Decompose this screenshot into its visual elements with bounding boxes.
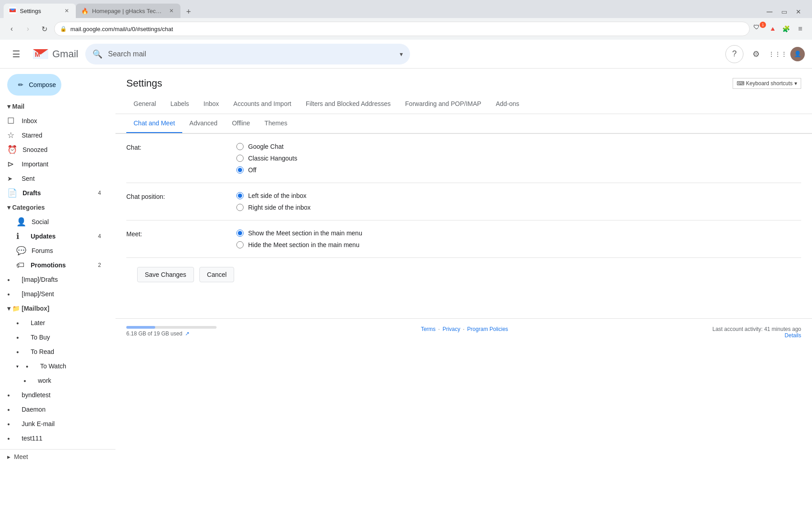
- browser-menu-icon[interactable]: ≡: [794, 23, 807, 35]
- sidebar-item-drafts[interactable]: 📄 Drafts 4: [0, 186, 108, 200]
- browser-tab-ghacks[interactable]: 🔥 Homepage | gHacks Technology News ✕: [76, 4, 180, 18]
- meet-option-show[interactable]: Show the Meet section in the main menu: [236, 229, 362, 237]
- sidebar-item-to-read[interactable]: ● To Read: [0, 344, 108, 359]
- hamburger-menu[interactable]: ☰: [7, 45, 25, 63]
- chat-radio-classic-hangouts[interactable]: [236, 155, 244, 162]
- program-policies-link[interactable]: Program Policies: [467, 326, 508, 332]
- search-dropdown-icon[interactable]: ▾: [400, 50, 403, 58]
- compose-button[interactable]: ✏ Compose: [7, 74, 61, 96]
- meet-option-hide[interactable]: Hide the Meet section in the main menu: [236, 241, 362, 248]
- sidebar-item-forums[interactable]: 💬 Forums: [0, 243, 108, 258]
- save-changes-button[interactable]: Save Changes: [137, 267, 194, 282]
- later-icon: ●: [16, 321, 25, 326]
- chat-position-title: Chat position:: [126, 192, 226, 211]
- chat-radio-google-chat[interactable]: [236, 143, 244, 150]
- forums-label: Forums: [32, 247, 101, 254]
- important-icon: ⊳: [7, 159, 16, 169]
- tab-addons[interactable]: Add-ons: [489, 95, 526, 114]
- search-bar[interactable]: 🔍 Search mail ▾: [85, 44, 410, 64]
- mail-section-toggle[interactable]: ▾ Mail: [0, 99, 115, 114]
- settings-button[interactable]: ⚙: [747, 45, 765, 63]
- sidebar-item-junk-email[interactable]: ● Junk E-mail: [0, 417, 108, 431]
- window-close[interactable]: ✕: [792, 5, 805, 18]
- sidebar-item-snoozed[interactable]: ⏰ Snoozed: [0, 142, 108, 157]
- tab-title-ghacks: Homepage | gHacks Technology News: [92, 8, 164, 14]
- window-minimize[interactable]: ─: [763, 5, 776, 18]
- tab-close-ghacks[interactable]: ✕: [168, 7, 175, 14]
- sidebar-item-to-buy[interactable]: ● To Buy: [0, 330, 108, 344]
- chat-option-classic-hangouts[interactable]: Classic Hangouts: [236, 155, 297, 162]
- tab-inbox[interactable]: Inbox: [196, 95, 226, 114]
- user-avatar[interactable]: 👤: [790, 47, 805, 61]
- keyboard-label: Keyboard shortcuts: [746, 80, 793, 87]
- tab-labels[interactable]: Labels: [163, 95, 196, 114]
- browser-tab-active[interactable]: Settings ✕: [4, 4, 76, 18]
- window-maximize[interactable]: ▭: [778, 5, 790, 18]
- chat-radio-off[interactable]: [236, 166, 244, 174]
- categories-collapse-icon: ▾: [7, 204, 10, 211]
- new-tab-button[interactable]: +: [182, 5, 195, 18]
- storage-link-icon[interactable]: ↗: [185, 330, 189, 337]
- tab-themes[interactable]: Themes: [257, 114, 295, 133]
- sidebar-item-daemon[interactable]: ● Daemon: [0, 402, 108, 417]
- sidebar-item-imap-sent[interactable]: ● [Imap]/Sent: [0, 287, 108, 301]
- chat-position-section: Chat position: Left side of the inbox Ri…: [126, 183, 801, 220]
- terms-link[interactable]: Terms: [421, 326, 436, 332]
- tab-advanced[interactable]: Advanced: [182, 114, 225, 133]
- sidebar-item-later[interactable]: ● Later: [0, 316, 108, 330]
- chat-position-radio-left[interactable]: [236, 192, 244, 199]
- tab-chat[interactable]: Chat and Meet: [126, 114, 182, 133]
- updates-count: 4: [98, 233, 101, 239]
- tab-accounts[interactable]: Accounts and Import: [226, 95, 298, 114]
- help-button[interactable]: ?: [725, 45, 743, 63]
- forward-button[interactable]: ›: [22, 23, 34, 35]
- brave-rewards-icon[interactable]: 🔺: [767, 23, 778, 34]
- settings-footer: 6.18 GB of 19 GB used ↗ Terms · Privacy …: [115, 318, 812, 346]
- categories-toggle[interactable]: ▾ Categories: [0, 200, 115, 215]
- apps-button[interactable]: ⋮⋮⋮: [769, 45, 787, 63]
- mailbox-toggle[interactable]: ▾ 📁 [Mailbox]: [0, 301, 115, 316]
- tab-close-gmail[interactable]: ✕: [63, 7, 70, 14]
- brave-badge: 1: [760, 22, 766, 28]
- test111-label: test111: [22, 435, 101, 442]
- sidebar-meet-toggle[interactable]: ▸ Meet: [0, 449, 115, 464]
- brave-shield-icon[interactable]: 🛡 1: [753, 23, 764, 34]
- drafts-icon: 📄: [7, 188, 17, 198]
- sidebar-item-inbox[interactable]: ☐ Inbox: [0, 114, 108, 128]
- meet-label-show: Show the Meet section in the main menu: [248, 229, 362, 237]
- sidebar-item-starred[interactable]: ☆ Starred: [0, 128, 108, 142]
- sidebar-item-sent[interactable]: ➤ Sent: [0, 171, 108, 186]
- meet-radio-show[interactable]: [236, 229, 244, 237]
- search-placeholder: Search mail: [108, 50, 394, 58]
- chat-position-left[interactable]: Left side of the inbox: [236, 192, 311, 199]
- sidebar-item-imap-drafts[interactable]: ● [Imap]/Drafts: [0, 272, 108, 287]
- sidebar-item-to-watch[interactable]: ▾ ● To Watch: [0, 359, 108, 373]
- sidebar-item-social[interactable]: 👤 Social: [0, 215, 108, 229]
- gmail-logo[interactable]: M Gmail: [32, 46, 78, 62]
- mailbox-collapse-icon: ▾: [7, 305, 10, 312]
- tab-general[interactable]: General: [126, 95, 163, 114]
- address-bar[interactable]: 🔒 mail.google.com/mail/u/0/#settings/cha…: [54, 22, 750, 36]
- sidebar-item-important[interactable]: ⊳ Important: [0, 157, 108, 171]
- chat-option-google-chat[interactable]: Google Chat: [236, 143, 297, 150]
- extensions-icon[interactable]: 🧩: [780, 23, 791, 34]
- sidebar-item-work[interactable]: ● work: [0, 373, 108, 388]
- chat-position-right[interactable]: Right side of the inbox: [236, 204, 311, 211]
- privacy-link[interactable]: Privacy: [443, 326, 460, 332]
- cancel-button[interactable]: Cancel: [199, 267, 235, 282]
- sidebar-item-promotions[interactable]: 🏷 Promotions 2: [0, 258, 108, 272]
- reload-button[interactable]: ↻: [38, 23, 51, 35]
- tab-offline[interactable]: Offline: [225, 114, 257, 133]
- back-button[interactable]: ‹: [5, 23, 18, 35]
- sidebar-item-test111[interactable]: ● test111: [0, 431, 108, 445]
- meet-radio-hide[interactable]: [236, 241, 244, 248]
- details-link[interactable]: Details: [784, 332, 801, 339]
- sidebar-item-byndletest[interactable]: ● byndletest: [0, 388, 108, 402]
- address-text: mail.google.com/mail/u/0/#settings/chat: [70, 26, 744, 32]
- chat-position-radio-right[interactable]: [236, 204, 244, 211]
- tab-forwarding[interactable]: Forwarding and POP/IMAP: [398, 95, 489, 114]
- keyboard-shortcuts-button[interactable]: ⌨ Keyboard shortcuts ▾: [733, 78, 801, 89]
- tab-filters[interactable]: Filters and Blocked Addresses: [299, 95, 398, 114]
- chat-option-off[interactable]: Off: [236, 166, 297, 174]
- sidebar-item-updates[interactable]: ℹ Updates 4: [0, 229, 108, 243]
